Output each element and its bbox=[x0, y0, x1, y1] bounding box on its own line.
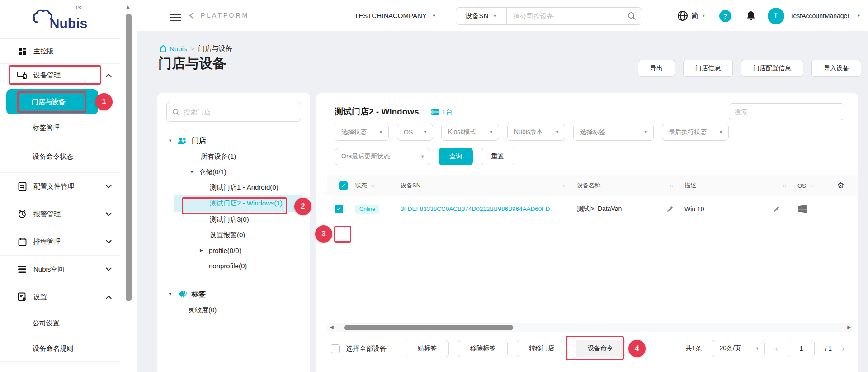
store-tree-panel: ▼ 门店 所有设备(1) ▼ 仓储(0/1) 测试门店1 - Android(0… bbox=[157, 93, 310, 372]
store-info-button[interactable]: 门店信息 bbox=[683, 60, 733, 77]
search-type-select[interactable]: 设备SN ▼ bbox=[456, 8, 507, 24]
account-name[interactable]: TestAccountManager bbox=[790, 12, 850, 19]
tree-item-store3[interactable]: 测试门店3(0) bbox=[166, 212, 301, 227]
device-table-row[interactable]: ✓ Online 3FDEF83338CC0ACB374D0212BB986B9… bbox=[327, 196, 858, 222]
tree-item-alarm-store[interactable]: 设置报警(0) bbox=[166, 227, 301, 243]
add-tag-button[interactable]: 贴标签 bbox=[406, 340, 449, 357]
transfer-store-button[interactable]: 转移门店 bbox=[517, 340, 566, 357]
company-selector[interactable]: TESTCHINACOMPANY ▼ bbox=[354, 12, 436, 19]
tree-item-store2-selected[interactable]: 测试门店2 - Windows(1) bbox=[174, 195, 303, 212]
tree-item-nonprofile[interactable]: nonprofile(0) bbox=[166, 258, 301, 273]
devices-icon bbox=[17, 70, 27, 80]
global-search: 设备SN ▼ bbox=[456, 7, 642, 25]
sidebar-item-settings[interactable]: 设置 bbox=[0, 283, 120, 310]
caret-down-icon: ▼ bbox=[423, 130, 427, 134]
column-settings-gear-icon[interactable]: ⚙ bbox=[837, 181, 844, 191]
chevron-down-icon bbox=[106, 182, 112, 188]
filter-last-exec-select[interactable]: 最后执行状态▼ bbox=[662, 124, 729, 141]
remove-tag-button[interactable]: 移除标签 bbox=[458, 340, 508, 357]
store-search-input[interactable] bbox=[184, 108, 295, 116]
page-number-input[interactable] bbox=[788, 340, 815, 357]
sidebar-item-device-mgmt[interactable]: 设备管理 bbox=[0, 64, 120, 86]
sidebar-item-label: Nubis空间 bbox=[33, 265, 107, 274]
sidebar-item-label: 排程管理 bbox=[33, 238, 107, 246]
tree-item-all-devices[interactable]: 所有设备(1) bbox=[166, 149, 301, 164]
search-type-value: 设备SN bbox=[466, 12, 489, 20]
filter-label: 选择状态 bbox=[341, 128, 367, 136]
scroll-up-arrow-icon[interactable]: ▲ bbox=[125, 4, 131, 10]
sort-icon[interactable]: ↑↓ bbox=[562, 183, 565, 188]
sort-icon[interactable]: ↑↓ bbox=[670, 183, 673, 188]
sidebar-item-naming-rules[interactable]: 设备命名规则 bbox=[0, 336, 120, 361]
sort-icon[interactable]: ↑↓ bbox=[371, 183, 374, 188]
horizontal-scrollbar-thumb[interactable] bbox=[344, 325, 513, 330]
scroll-right-arrow-icon[interactable]: ▶ bbox=[847, 324, 851, 329]
page-size-select[interactable]: 20条/页 ▼ bbox=[712, 340, 765, 357]
next-page-button[interactable]: › bbox=[842, 344, 844, 353]
search-icon[interactable] bbox=[627, 12, 642, 20]
tree-group-label: 门店 bbox=[192, 136, 206, 146]
select-all-checkbox[interactable]: ✓ bbox=[339, 181, 348, 190]
device-table: ✓ 状态↑↓ 设备SN↑↓ 设备名称↑↓ 描述↑↓ OS↑↓ ⚙ ✓ Onlin… bbox=[327, 175, 858, 222]
notification-bell-icon[interactable] bbox=[746, 10, 756, 21]
reset-button[interactable]: 重置 bbox=[481, 148, 514, 165]
filter-version-select[interactable]: Nubis版本▼ bbox=[507, 124, 565, 141]
column-header-status: 状态 bbox=[355, 181, 367, 190]
export-button[interactable]: 导出 bbox=[638, 60, 675, 77]
store-config-info-button[interactable]: 门店配置信息 bbox=[741, 60, 803, 77]
sort-icon[interactable]: ↑↓ bbox=[810, 183, 813, 188]
chevron-up-icon bbox=[106, 295, 112, 301]
edit-description-pencil-icon[interactable] bbox=[773, 205, 780, 213]
cross-company-search-input[interactable] bbox=[507, 12, 627, 20]
device-sn-link[interactable]: 3FDEF83338CC0ACB374D0212BB986B964AAD60FD bbox=[401, 205, 550, 212]
breadcrumb-home[interactable]: Nubis bbox=[159, 45, 187, 52]
query-button[interactable]: 查询 bbox=[439, 148, 473, 165]
sort-icon[interactable]: ↑↓ bbox=[783, 183, 786, 188]
tree-item-sensitivity[interactable]: 灵敏度(0) bbox=[166, 302, 301, 318]
select-all-devices-label: 选择全部设备 bbox=[346, 344, 387, 353]
sidebar-item-label: 公司设置 bbox=[33, 319, 60, 328]
filter-tag-select[interactable]: 选择标签▼ bbox=[573, 124, 654, 141]
sidebar-item-cmd-status[interactable]: 设备命令状态 bbox=[0, 141, 120, 172]
tree-item-store1[interactable]: 测试门店1 - Android(0) bbox=[166, 180, 301, 195]
language-selector[interactable]: 简 ▼ bbox=[677, 10, 706, 21]
filter-ora-status-select[interactable]: Ora最后更新状态▼ bbox=[335, 148, 430, 165]
panel-search-input[interactable] bbox=[735, 108, 839, 115]
tree-caret-down-icon: ▼ bbox=[168, 138, 173, 143]
filter-status-select[interactable]: 选择状态▼ bbox=[335, 124, 389, 141]
sidebar-item-stores-devices-active[interactable]: 门店与设备 bbox=[6, 89, 98, 114]
help-button[interactable]: ? bbox=[719, 10, 731, 22]
filter-kiosk-select[interactable]: Kiosk模式▼ bbox=[441, 124, 499, 141]
total-count: 共1条 bbox=[686, 344, 702, 353]
platform-back[interactable]: PLATFORM bbox=[190, 12, 249, 19]
user-avatar[interactable]: T bbox=[768, 8, 784, 24]
sidebar-item-nubis-space[interactable]: Nubis空间 bbox=[0, 256, 120, 283]
tree-group-tags[interactable]: ▼ 标签 bbox=[166, 286, 301, 302]
tree-item-warehouse[interactable]: ▼ 仓储(0/1) bbox=[166, 164, 301, 180]
check-icon: ✓ bbox=[336, 205, 341, 212]
sidebar-item-tag-mgmt[interactable]: 标签管理 bbox=[0, 114, 120, 141]
tree-group-stores[interactable]: ▼ 门店 bbox=[166, 133, 301, 149]
tree-item-profile[interactable]: ▶ profile(0/0) bbox=[166, 243, 301, 258]
sidebar-item-alarm-mgmt[interactable]: 报警管理 bbox=[0, 200, 120, 228]
hamburger-menu-icon[interactable] bbox=[170, 12, 181, 24]
prev-page-button[interactable]: ‹ bbox=[775, 344, 778, 353]
sidebar-item-profile-mgmt[interactable]: 配置文件管理 bbox=[0, 173, 120, 200]
import-devices-button[interactable]: 导入设备 bbox=[811, 60, 861, 77]
sidebar-scrollbar: ▲ bbox=[120, 0, 137, 372]
table-header-row: ✓ 状态↑↓ 设备SN↑↓ 设备名称↑↓ 描述↑↓ OS↑↓ ⚙ bbox=[327, 175, 858, 196]
vertical-scrollbar-thumb[interactable] bbox=[126, 14, 132, 301]
sidebar-item-dashboard[interactable]: 主控版 bbox=[0, 39, 120, 63]
sidebar-item-schedule-mgmt[interactable]: 排程管理 bbox=[0, 228, 120, 255]
filter-os-select[interactable]: OS▼ bbox=[397, 124, 433, 141]
select-all-devices-checkbox[interactable] bbox=[331, 344, 340, 353]
chevron-down-icon bbox=[106, 265, 112, 271]
edit-name-pencil-icon[interactable] bbox=[666, 205, 674, 213]
tree-item-label: profile(0/0) bbox=[209, 247, 241, 254]
sidebar-item-company-settings[interactable]: 公司设置 bbox=[0, 310, 120, 336]
row-checkbox[interactable]: ✓ bbox=[335, 205, 343, 213]
device-command-button[interactable]: 设备命令 bbox=[576, 340, 625, 357]
tree-caret-down-icon: ▼ bbox=[168, 292, 173, 296]
column-header-desc: 描述 bbox=[684, 181, 696, 190]
scroll-left-arrow-icon[interactable]: ◀ bbox=[330, 324, 334, 329]
